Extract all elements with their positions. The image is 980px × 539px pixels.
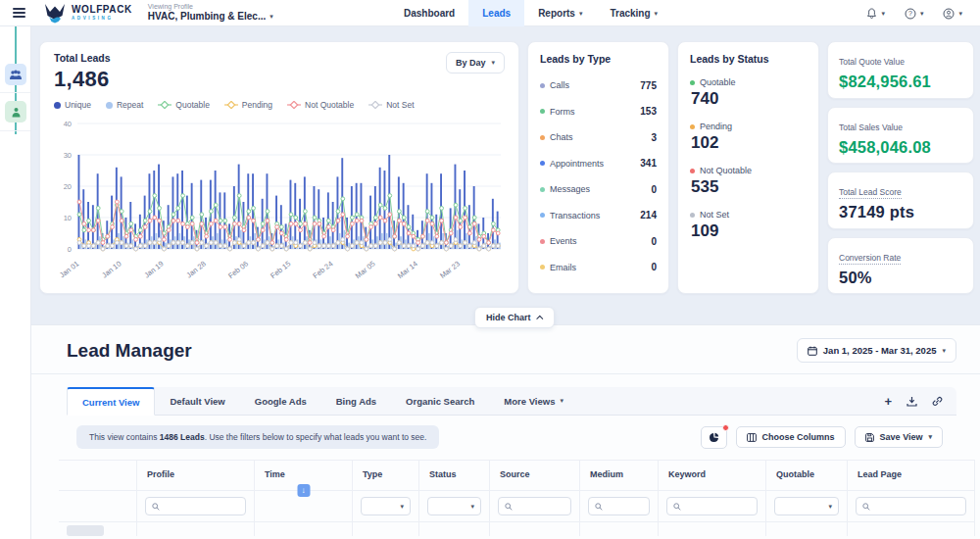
column-header-status[interactable]: Status bbox=[419, 461, 490, 491]
legend-dot-icon bbox=[106, 102, 113, 109]
svg-text:0: 0 bbox=[68, 245, 72, 254]
tab-more-views[interactable]: More Views▾ bbox=[489, 387, 578, 415]
filter-cell-status: ▾ bbox=[419, 491, 490, 522]
notifications-button[interactable]: ▾ bbox=[860, 8, 891, 20]
column-header-select[interactable] bbox=[59, 461, 137, 491]
column-header-profile[interactable]: Profile bbox=[137, 461, 255, 491]
save-view-button[interactable]: Save View ▾ bbox=[855, 426, 943, 448]
filter-search-input[interactable] bbox=[856, 497, 966, 515]
summary-value: 37149 pts bbox=[839, 203, 962, 221]
add-view-button[interactable]: + bbox=[884, 395, 892, 408]
legend-item-not-set[interactable]: Not Set bbox=[368, 100, 414, 110]
column-header-label: Time bbox=[265, 469, 285, 479]
filter-search-input[interactable] bbox=[145, 497, 246, 515]
search-icon bbox=[673, 503, 681, 511]
profile-selector[interactable]: HVAC, Plumbing & Elec... ▾ bbox=[148, 11, 273, 23]
legend-item-pending[interactable]: Pending bbox=[224, 100, 272, 110]
svg-text:30: 30 bbox=[64, 151, 72, 160]
filter-cell-medium bbox=[580, 491, 659, 522]
dashboard-cards: Total Leads 1,486 By Day ▾ UniqueRepeatQ… bbox=[39, 41, 974, 294]
legend-item-repeat[interactable]: Repeat bbox=[106, 100, 143, 110]
svg-text:Jan 10: Jan 10 bbox=[100, 259, 122, 279]
nav-link-label: Leads bbox=[482, 8, 511, 19]
calendar-icon bbox=[808, 346, 817, 356]
help-button[interactable]: ? ▾ bbox=[899, 8, 930, 20]
column-header-type[interactable]: Type bbox=[353, 461, 419, 491]
filter-select[interactable]: ▾ bbox=[427, 497, 481, 515]
sort-indicator[interactable]: ↓ bbox=[297, 484, 310, 497]
status-value: 102 bbox=[691, 133, 807, 153]
status-label: Not Quotable bbox=[700, 166, 752, 175]
type-dot-icon bbox=[540, 83, 545, 88]
legend-item-quotable[interactable]: Quotable bbox=[158, 100, 210, 110]
brand-logo[interactable]: WOLFPACK ADVISING bbox=[43, 3, 132, 24]
column-header-keyword[interactable]: Keyword bbox=[659, 461, 766, 491]
total-leads-title: Total Leads bbox=[54, 52, 111, 64]
tab-organic-search[interactable]: Organic Search bbox=[391, 387, 489, 415]
status-dot-icon bbox=[690, 80, 695, 85]
date-range-picker[interactable]: Jan 1, 2025 - Mar 31, 2025 ▾ bbox=[797, 338, 956, 363]
type-dot-icon bbox=[540, 187, 545, 192]
viewing-profile-label: Viewing Profile bbox=[148, 3, 273, 11]
column-header-lead-page[interactable]: Lead Page bbox=[848, 461, 975, 491]
column-header-label: Status bbox=[429, 469, 457, 479]
summary-label: Total Lead Score bbox=[839, 187, 902, 199]
type-row-appointments: Appointments341 bbox=[540, 151, 657, 177]
summary-value: $458,046.08 bbox=[839, 138, 962, 157]
table-row-cell bbox=[419, 522, 490, 536]
profile-name: HVAC, Plumbing & Elec... bbox=[148, 11, 266, 23]
legend-dot-icon bbox=[54, 102, 61, 109]
tab-bing-ads[interactable]: Bing Ads bbox=[321, 387, 391, 415]
filter-select[interactable]: ▾ bbox=[774, 497, 839, 515]
share-link-button[interactable] bbox=[932, 396, 943, 407]
hamburger-menu-icon[interactable] bbox=[4, 8, 33, 18]
status-dot-icon bbox=[690, 169, 695, 173]
hide-chart-button[interactable]: Hide Chart bbox=[474, 307, 555, 328]
tab-google-ads[interactable]: Google Ads bbox=[240, 387, 321, 415]
nav-link-dashboard[interactable]: Dashboard bbox=[390, 0, 468, 26]
chevron-down-icon: ▾ bbox=[958, 10, 962, 18]
choose-columns-button[interactable]: Choose Columns bbox=[736, 426, 846, 448]
person-icon bbox=[11, 107, 22, 118]
summary-card-total-quote-value: Total Quote Value$824,956.61 bbox=[827, 41, 974, 99]
chevron-down-icon: ▾ bbox=[881, 10, 885, 18]
navbar-utility-icons: ▾ ? ▾ ▾ bbox=[860, 0, 968, 26]
column-header-label: Keyword bbox=[668, 469, 706, 479]
chevron-down-icon: ▾ bbox=[579, 10, 583, 18]
account-button[interactable]: ▾ bbox=[937, 8, 968, 20]
column-header-time[interactable]: Time↓ bbox=[255, 461, 353, 491]
view-info-banner: This view contains 1486 Leads. Use the f… bbox=[76, 425, 439, 449]
nav-link-tracking[interactable]: Tracking▾ bbox=[596, 0, 671, 26]
download-button[interactable] bbox=[906, 396, 917, 407]
chevron-down-icon: ▾ bbox=[560, 397, 564, 405]
tab-label: Current View bbox=[82, 397, 139, 408]
nav-link-reports[interactable]: Reports▾ bbox=[524, 0, 596, 26]
column-header-medium[interactable]: Medium bbox=[580, 461, 659, 491]
chevron-down-icon: ▾ bbox=[270, 13, 273, 21]
sidebar-item-team[interactable] bbox=[5, 64, 26, 85]
tab-default-view[interactable]: Default View bbox=[155, 387, 239, 415]
legend-label: Quotable bbox=[175, 100, 210, 110]
legend-item-unique[interactable]: Unique bbox=[54, 100, 91, 110]
sidebar-item-profile[interactable] bbox=[5, 101, 26, 122]
nav-link-leads[interactable]: Leads bbox=[468, 0, 524, 26]
legend-item-not-quotable[interactable]: Not Quotable bbox=[287, 100, 354, 110]
type-dot-icon bbox=[540, 213, 545, 218]
table-row-cell bbox=[353, 522, 419, 536]
row-action-stub[interactable] bbox=[67, 525, 104, 536]
column-header-source[interactable]: Source bbox=[490, 461, 580, 491]
type-dot-icon bbox=[540, 135, 545, 140]
total-leads-card: Total Leads 1,486 By Day ▾ UniqueRepeatQ… bbox=[39, 41, 519, 294]
chart-range-dropdown[interactable]: By Day ▾ bbox=[446, 52, 505, 74]
filter-search-input[interactable] bbox=[498, 497, 571, 515]
status-item-quotable: Quotable740 bbox=[690, 77, 807, 109]
filter-search-input[interactable] bbox=[588, 497, 650, 515]
filter-search-input[interactable] bbox=[666, 497, 758, 515]
chart-summary-button[interactable] bbox=[701, 426, 727, 449]
legend-label: Repeat bbox=[117, 100, 143, 110]
column-header-quotable[interactable]: Quotable bbox=[766, 461, 848, 491]
type-label: Forms bbox=[550, 107, 575, 117]
tab-current-view[interactable]: Current View bbox=[67, 387, 155, 416]
filter-select[interactable]: ▾ bbox=[361, 497, 411, 515]
svg-text:Jan 28: Jan 28 bbox=[185, 259, 208, 279]
